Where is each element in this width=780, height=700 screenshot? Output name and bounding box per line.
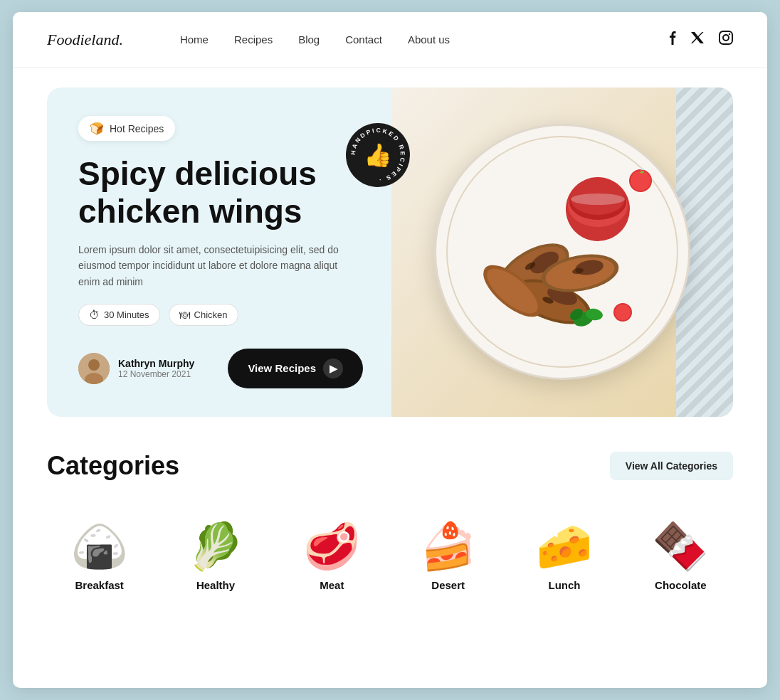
- svg-point-29: [615, 304, 631, 320]
- category-label-desert: Desert: [431, 579, 465, 591]
- fire-icon: 🍞: [90, 122, 104, 135]
- svg-rect-0: [720, 31, 732, 44]
- category-card-lunch[interactable]: 🧀 Lunch: [512, 509, 616, 603]
- category-card-healthy[interactable]: 🥬 Healthy: [163, 509, 268, 603]
- hero-content: 🍞 Hot Recipes Spicy delicious chicken wi…: [47, 88, 391, 417]
- svg-point-26: [631, 171, 650, 191]
- nav-blog[interactable]: Blog: [298, 33, 320, 46]
- category-tag-label: Chicken: [194, 309, 228, 320]
- category-icon-lunch: 🧀: [536, 524, 593, 569]
- hero-title: Spicy delicious chicken wings: [78, 155, 363, 230]
- category-icon-healthy: 🥬: [187, 524, 244, 569]
- nav-recipes[interactable]: Recipes: [234, 33, 273, 46]
- author-date: 12 November 2021: [118, 369, 194, 379]
- nav-about[interactable]: About us: [408, 33, 450, 46]
- time-tag-label: 30 Minutes: [104, 309, 149, 320]
- handpicked-circle: HANDPICKED RECIPES · 👍: [346, 123, 410, 187]
- hero-tags: ⏱ 30 Minutes 🍽 Chicken: [78, 304, 363, 326]
- nav-home[interactable]: Home: [180, 33, 209, 46]
- instagram-icon[interactable]: [719, 31, 733, 48]
- arrow-right-icon: ▶: [323, 359, 343, 378]
- social-links: [669, 31, 733, 48]
- category-card-breakfast[interactable]: 🍙 Breakfast: [47, 509, 152, 603]
- category-label-chocolate: Chocolate: [655, 579, 707, 591]
- categories-title: Categories: [47, 451, 179, 481]
- hero-footer: Kathryn Murphy 12 November 2021 View Rec…: [78, 349, 363, 388]
- food-illustration: 🍃: [441, 131, 683, 373]
- category-label-lunch: Lunch: [548, 579, 580, 591]
- hero-description: Lorem ipsum dolor sit amet, consectetuip…: [78, 242, 349, 290]
- view-recipes-button[interactable]: View Recipes ▶: [228, 349, 363, 388]
- view-recipes-label: View Recipes: [248, 362, 316, 374]
- category-label-breakfast: Breakfast: [75, 579, 123, 591]
- header: Foodieland. Home Recipes Blog Contact Ab…: [13, 12, 767, 68]
- hot-badge: 🍞 Hot Recipes: [78, 116, 175, 141]
- category-label-healthy: Healthy: [196, 579, 235, 591]
- svg-point-2: [729, 33, 730, 35]
- facebook-icon[interactable]: [669, 31, 676, 48]
- categories-header: Categories View All Categories: [47, 451, 733, 481]
- utensils-icon: 🍽: [179, 309, 190, 321]
- category-icon-meat: 🥩: [303, 524, 360, 569]
- svg-point-13: [571, 193, 625, 205]
- food-plate: 🍃: [434, 124, 690, 380]
- svg-text:🍃: 🍃: [638, 166, 645, 174]
- view-all-categories-button[interactable]: View All Categories: [610, 452, 733, 480]
- hero-section: 🍞 Hot Recipes Spicy delicious chicken wi…: [47, 88, 733, 417]
- author-details: Kathryn Murphy 12 November 2021: [118, 358, 194, 379]
- category-card-meat[interactable]: 🥩 Meat: [280, 509, 384, 603]
- time-tag: ⏱ 30 Minutes: [78, 304, 160, 326]
- categories-grid: 🍙 Breakfast 🥬 Healthy 🥩 Meat 🍰 Desert 🧀 …: [47, 509, 733, 603]
- author-avatar: [78, 353, 110, 384]
- category-card-desert[interactable]: 🍰 Desert: [396, 509, 500, 603]
- plate-container: 🍃: [427, 117, 697, 387]
- category-card-chocolate[interactable]: 🍫 Chocolate: [628, 509, 733, 603]
- author-name: Kathryn Murphy: [118, 358, 194, 369]
- author-info: Kathryn Murphy 12 November 2021: [78, 353, 194, 384]
- twitter-icon[interactable]: [690, 31, 705, 48]
- food-image-bg: 🍃: [391, 88, 733, 417]
- hot-badge-label: Hot Recipes: [110, 123, 164, 134]
- browser-window: Foodieland. Home Recipes Blog Contact Ab…: [13, 12, 767, 688]
- category-icon-desert: 🍰: [420, 524, 477, 569]
- clock-icon: ⏱: [89, 309, 100, 321]
- category-label-meat: Meat: [320, 579, 344, 591]
- svg-point-4: [88, 359, 100, 371]
- brand-logo: Foodieland.: [47, 31, 123, 49]
- category-icon-breakfast: 🍙: [71, 524, 128, 569]
- category-icon-chocolate: 🍫: [652, 524, 709, 569]
- svg-point-1: [723, 35, 729, 41]
- handpicked-badge: HANDPICKED RECIPES · 👍: [346, 123, 410, 187]
- category-tag: 🍽 Chicken: [169, 304, 238, 326]
- thumbs-up-icon: 👍: [364, 142, 392, 169]
- nav-contact[interactable]: Contact: [345, 33, 382, 46]
- main-nav: Home Recipes Blog Contact About us: [180, 33, 669, 46]
- categories-section: Categories View All Categories 🍙 Breakfa…: [13, 417, 767, 625]
- hero-food-image: 🍃: [391, 88, 733, 417]
